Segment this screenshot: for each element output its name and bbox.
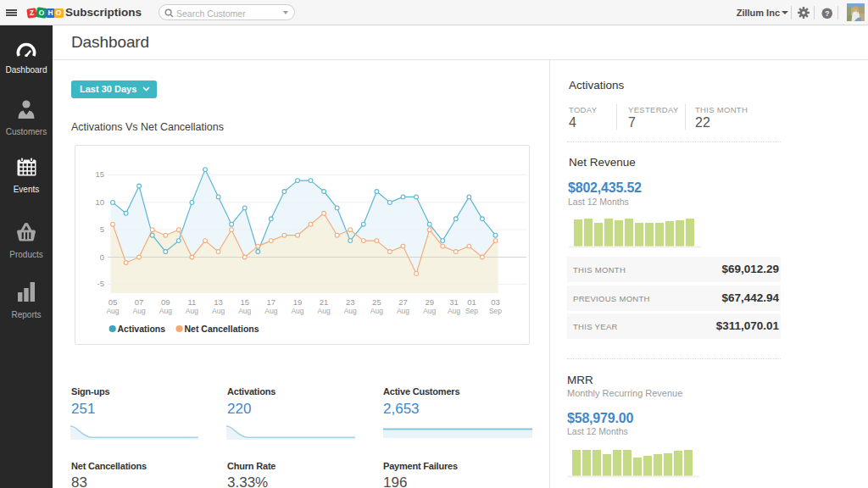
svg-text:11: 11 bbox=[187, 297, 196, 307]
svg-text:Aug: Aug bbox=[370, 307, 383, 315]
svg-text:15: 15 bbox=[95, 169, 104, 179]
svg-text:23: 23 bbox=[346, 297, 355, 307]
svg-text:Activations: Activations bbox=[118, 324, 166, 334]
svg-text:Aug: Aug bbox=[159, 307, 172, 315]
svg-text:5: 5 bbox=[100, 225, 104, 234]
svg-text:09: 09 bbox=[161, 297, 170, 307]
svg-text:Aug: Aug bbox=[133, 307, 146, 315]
svg-text:07: 07 bbox=[135, 297, 144, 307]
svg-text:Sep: Sep bbox=[465, 307, 478, 315]
svg-text:Aug: Aug bbox=[344, 307, 357, 315]
svg-text:?: ? bbox=[825, 8, 829, 17]
svg-text:27: 27 bbox=[398, 297, 408, 307]
svg-text:Aug: Aug bbox=[238, 307, 251, 315]
svg-text:Aug: Aug bbox=[397, 307, 409, 315]
svg-text:Aug: Aug bbox=[423, 307, 436, 315]
svg-text:29: 29 bbox=[425, 297, 434, 307]
svg-text:25: 25 bbox=[372, 297, 381, 307]
svg-text:-5: -5 bbox=[97, 279, 104, 288]
svg-text:10: 10 bbox=[95, 197, 104, 207]
svg-text:03: 03 bbox=[491, 297, 500, 307]
svg-text:15: 15 bbox=[240, 297, 249, 307]
svg-text:Net Cancellations: Net Cancellations bbox=[185, 324, 259, 334]
svg-text:0: 0 bbox=[100, 252, 104, 262]
svg-text:Aug: Aug bbox=[448, 307, 460, 315]
svg-text:Aug: Aug bbox=[264, 307, 277, 315]
svg-text:21: 21 bbox=[320, 297, 329, 307]
svg-text:Aug: Aug bbox=[186, 307, 198, 315]
svg-text:31: 31 bbox=[449, 297, 459, 307]
svg-text:19: 19 bbox=[293, 297, 303, 307]
svg-text:Aug: Aug bbox=[106, 307, 119, 315]
svg-text:Aug: Aug bbox=[291, 307, 303, 315]
svg-text:13: 13 bbox=[214, 297, 223, 307]
svg-text:Sep: Sep bbox=[489, 307, 502, 315]
svg-text:17: 17 bbox=[267, 297, 276, 307]
svg-text:05: 05 bbox=[108, 297, 118, 307]
svg-text:Aug: Aug bbox=[318, 307, 331, 315]
svg-text:Aug: Aug bbox=[212, 307, 225, 315]
svg-text:01: 01 bbox=[467, 297, 476, 307]
